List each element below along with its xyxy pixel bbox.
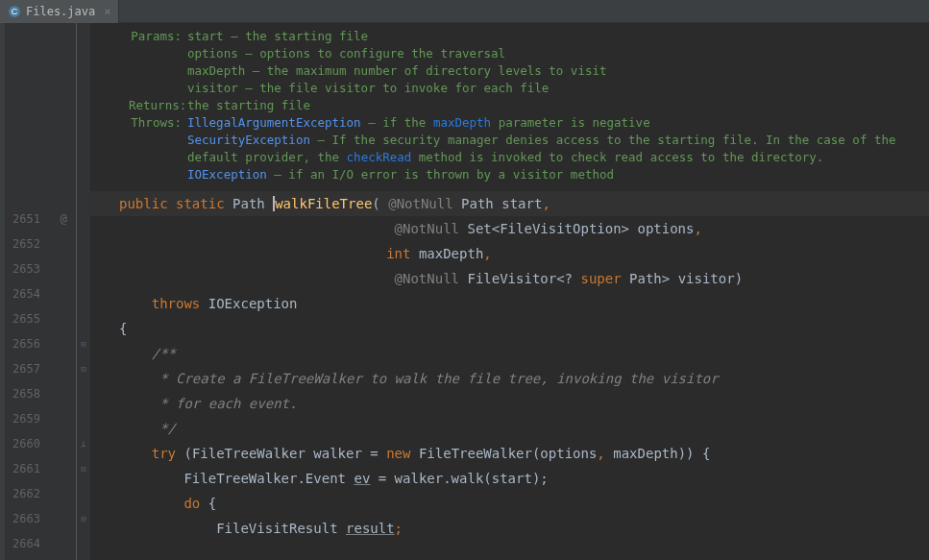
code-line[interactable]: do { [90, 491, 929, 516]
fold-icon[interactable]: ⊟ [77, 456, 90, 481]
gutter-row[interactable]: 2660 [5, 431, 76, 456]
code-lines[interactable]: public static Path walkFileTree( @NotNul… [90, 191, 929, 541]
fold-icon[interactable]: ⊟ [77, 356, 90, 381]
gutter-row[interactable]: 2653 [5, 256, 76, 281]
javadoc-param: start – the starting file [187, 28, 929, 45]
gutter-row[interactable]: 2655 [5, 306, 76, 331]
code-line[interactable]: FileTreeWalker.Event ev = walker.walk(st… [90, 466, 929, 491]
gutter-row[interactable]: 2651@ [5, 207, 76, 231]
code-line[interactable]: */ [90, 416, 929, 441]
fold-icon[interactable]: ⊟ [77, 506, 90, 531]
gutter-row[interactable]: 2658 [5, 381, 76, 406]
fold-column: ⊟ ⊟ ⊥ ⊟ ⊟ [77, 23, 90, 560]
code-line[interactable]: throws IOException [90, 291, 929, 316]
code-line[interactable]: /** [90, 341, 929, 366]
code-line[interactable]: @NotNull Set<FileVisitOption> options, [90, 216, 929, 241]
gutter-row[interactable]: 2657 [5, 356, 76, 381]
javadoc-returns: the starting file [187, 97, 929, 114]
code-line[interactable]: FileVisitResult result; [90, 516, 929, 541]
code-line[interactable]: { [90, 316, 929, 341]
fold-icon[interactable] [77, 207, 90, 231]
javadoc-throws-item: IOException – if an I/O error is thrown … [187, 166, 929, 183]
javadoc-throws-item: IllegalArgumentException – if the maxDep… [187, 114, 929, 132]
tab-filename: Files.java [26, 5, 95, 18]
code-line[interactable]: public static Path walkFileTree( @NotNul… [90, 191, 929, 216]
editor: 2651@ 2652 2653 2654 2655 2656 2657 2658… [0, 23, 929, 560]
fold-end-icon[interactable]: ⊥ [77, 431, 90, 456]
code-line[interactable]: @NotNull FileVisitor<? super Path> visit… [90, 266, 929, 291]
javadoc-block: Params: start – the starting file option… [90, 23, 929, 191]
javadoc-throws-item: SecurityException – If the security mana… [187, 132, 929, 166]
gutter-row[interactable]: 2663 [5, 506, 76, 531]
code-line[interactable]: * Create a FileTreeWalker to walk the fi… [90, 366, 929, 391]
override-icon[interactable]: @ [55, 212, 72, 226]
java-class-icon: C [8, 5, 21, 18]
javadoc-param: maxDepth – the maximum number of directo… [187, 62, 929, 80]
file-tab[interactable]: C Files.java × [0, 0, 119, 23]
gutter-row[interactable]: 2652 [5, 231, 76, 256]
gutter-row[interactable]: 2659 [5, 406, 76, 431]
line-gutter: 2651@ 2652 2653 2654 2655 2656 2657 2658… [5, 23, 77, 560]
javadoc-param: visitor – the file visitor to invoke for… [187, 80, 929, 97]
code-line[interactable]: try (FileTreeWalker walker = new FileTre… [90, 441, 929, 466]
fold-icon[interactable]: ⊟ [77, 331, 90, 356]
code-line[interactable]: int maxDepth, [90, 241, 929, 266]
code-area[interactable]: Params: start – the starting file option… [90, 23, 929, 560]
svg-text:C: C [12, 7, 18, 16]
javadoc-throws-label: Throws: [129, 114, 182, 132]
gutter-row[interactable]: 2662 [5, 481, 76, 506]
gutter-row[interactable]: 2661 [5, 456, 76, 481]
javadoc-returns-label: Returns: [129, 97, 182, 114]
javadoc-params-label: Params: [129, 28, 182, 45]
gutter-row[interactable]: 2664 [5, 531, 76, 556]
javadoc-param: options – options to configure the trave… [187, 45, 929, 62]
gutter-row[interactable]: 2656 [5, 331, 76, 356]
code-line[interactable]: * for each event. [90, 391, 929, 416]
gutter-row[interactable]: 2654 [5, 281, 76, 306]
tab-bar: C Files.java × [0, 0, 929, 23]
close-icon[interactable]: × [104, 5, 110, 18]
